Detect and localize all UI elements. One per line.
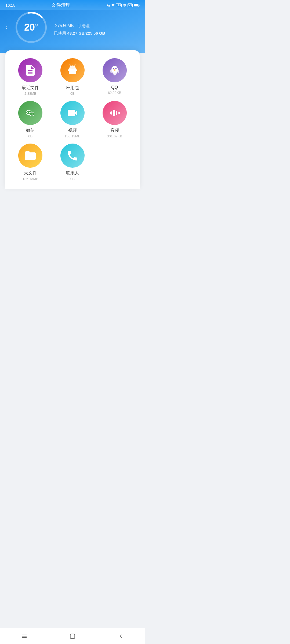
wechat-label: 微信 xyxy=(26,128,35,133)
status-time: 16:18 xyxy=(5,3,16,8)
mute-icon xyxy=(106,3,110,7)
status-icons: HD 5G xyxy=(106,3,140,7)
recent-icon-circle xyxy=(18,58,42,82)
svg-point-22 xyxy=(27,112,28,113)
svg-point-15 xyxy=(115,68,117,69)
svg-rect-6 xyxy=(68,69,69,71)
svg-point-17 xyxy=(110,70,112,73)
svg-point-14 xyxy=(113,68,114,69)
cleanable-size: 275.50MB 可清理 xyxy=(54,19,140,29)
grid-item-apk[interactable]: APK 应用包 0B xyxy=(53,58,92,96)
audio-label: 音频 xyxy=(110,128,119,133)
apk-label: 应用包 xyxy=(66,85,79,91)
grid-item-recent[interactable]: 最近文件 2.88MB xyxy=(11,58,50,96)
hd-badge: HD xyxy=(116,3,121,7)
svg-point-5 xyxy=(74,68,75,69)
video-size: 136.13MB xyxy=(64,134,80,138)
grid-item-qq[interactable]: QQ 62.22KB xyxy=(95,58,134,96)
header: ‹ 20% 275.50MB 可清理 已使用 43.27 GB/225.56 G… xyxy=(0,10,145,53)
5g-badge: 5G xyxy=(128,3,133,7)
svg-line-10 xyxy=(70,64,71,65)
svg-point-16 xyxy=(114,69,115,71)
svg-rect-7 xyxy=(76,69,77,71)
grid-item-wechat[interactable]: 微信 0B xyxy=(11,101,50,138)
bottom-area xyxy=(0,189,145,243)
back-button[interactable]: ‹ xyxy=(5,24,7,31)
svg-point-19 xyxy=(113,74,116,75)
svg-point-18 xyxy=(117,70,119,73)
qq-icon-circle xyxy=(103,58,127,82)
svg-point-27 xyxy=(32,114,33,114)
qq-size: 62.22KB xyxy=(108,91,121,95)
storage-circle: 20% xyxy=(14,10,49,45)
svg-rect-28 xyxy=(110,111,112,115)
grid-item-contact[interactable]: 联系人 0B xyxy=(53,144,92,181)
svg-rect-29 xyxy=(113,110,115,116)
apk-icon-circle: APK xyxy=(60,58,85,82)
status-bar: 16:18 文件清理 HD 5G xyxy=(0,0,145,10)
svg-line-11 xyxy=(74,64,75,65)
grid-item-bigfile[interactable]: 大文件 136.13MB xyxy=(11,144,50,181)
wechat-size: 0B xyxy=(28,134,32,138)
bigfile-size: 136.13MB xyxy=(23,177,38,181)
bigfile-icon-circle xyxy=(18,144,42,168)
signal-icon xyxy=(123,3,126,7)
main-card: 最近文件 2.88MB APK 应用包 0B QQ 62.22KB xyxy=(5,50,140,189)
percent-value: 20% xyxy=(24,23,38,32)
storage-info: 275.50MB 可清理 已使用 43.27 GB/225.56 GB xyxy=(54,19,140,36)
contact-size: 0B xyxy=(70,177,75,181)
grid-item-audio[interactable]: 音频 301.67KB xyxy=(95,101,134,138)
contact-label: 联系人 xyxy=(66,170,79,176)
video-icon-circle xyxy=(60,101,85,125)
audio-size: 301.67KB xyxy=(107,134,122,138)
file-grid: 最近文件 2.88MB APK 应用包 0B QQ 62.22KB xyxy=(11,58,134,181)
recent-size: 2.88MB xyxy=(24,92,37,96)
svg-rect-1 xyxy=(134,4,138,6)
battery-icon xyxy=(134,4,140,7)
svg-text:APK: APK xyxy=(71,71,75,73)
page-title: 文件清理 xyxy=(51,2,71,8)
wechat-icon-circle xyxy=(18,101,42,125)
wifi-icon xyxy=(111,3,115,7)
qq-label: QQ xyxy=(111,85,118,90)
circle-text: 20% xyxy=(24,23,38,32)
recent-label: 最近文件 xyxy=(22,85,39,91)
svg-rect-31 xyxy=(118,112,120,114)
svg-rect-30 xyxy=(116,111,117,115)
svg-point-4 xyxy=(70,68,71,69)
contact-icon-circle xyxy=(60,144,85,168)
audio-icon-circle xyxy=(103,101,127,125)
svg-point-26 xyxy=(31,114,32,114)
apk-size: 0B xyxy=(70,92,75,96)
svg-point-25 xyxy=(30,112,34,116)
video-label: 视频 xyxy=(68,128,77,133)
bigfile-label: 大文件 xyxy=(24,170,37,176)
grid-item-video[interactable]: 视频 136.13MB xyxy=(53,101,92,138)
storage-used: 已使用 43.27 GB/225.56 GB xyxy=(54,31,140,36)
